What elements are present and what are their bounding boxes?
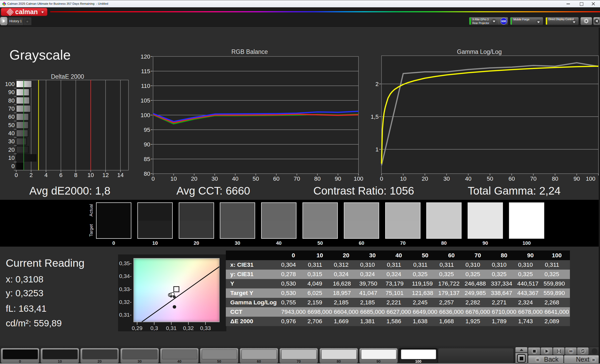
svg-text:20: 20 xyxy=(191,175,197,182)
svg-text:70: 70 xyxy=(8,105,15,112)
svg-text:60: 60 xyxy=(508,175,515,182)
svg-text:RGB Balance: RGB Balance xyxy=(231,48,268,55)
svg-text:Avg dE2000: 1,8: Avg dE2000: 1,8 xyxy=(29,185,110,197)
svg-text:85: 85 xyxy=(144,156,150,162)
svg-text:4: 4 xyxy=(44,172,48,178)
svg-text:110: 110 xyxy=(141,83,150,89)
svg-text:2: 2 xyxy=(30,172,33,178)
svg-text:100: 100 xyxy=(5,81,15,87)
svg-text:100: 100 xyxy=(141,112,150,118)
svg-text:10: 10 xyxy=(8,155,15,161)
svg-text:50: 50 xyxy=(8,122,15,128)
svg-text:70: 70 xyxy=(294,175,300,182)
svg-text:6: 6 xyxy=(59,172,63,178)
svg-text:0,32: 0,32 xyxy=(183,325,194,331)
svg-text:30: 30 xyxy=(211,175,218,182)
svg-text:10: 10 xyxy=(87,172,94,178)
svg-text:105: 105 xyxy=(141,97,150,104)
svg-text:Total Gamma: 2,24: Total Gamma: 2,24 xyxy=(468,185,561,197)
svg-text:70: 70 xyxy=(530,175,536,182)
svg-text:0,31: 0,31 xyxy=(166,325,177,331)
svg-text:20: 20 xyxy=(8,146,15,153)
svg-text:0,32-: 0,32- xyxy=(119,299,132,305)
svg-text:50: 50 xyxy=(253,175,259,182)
svg-text:100: 100 xyxy=(586,175,596,182)
svg-text:0: 0 xyxy=(12,163,15,169)
svg-text:Gamma Log/Log: Gamma Log/Log xyxy=(457,48,502,55)
svg-text:Avg CCT: 6660: Avg CCT: 6660 xyxy=(176,185,250,197)
svg-text:0,35-: 0,35- xyxy=(119,260,132,266)
svg-text:90: 90 xyxy=(144,141,150,148)
svg-text:Contrast Ratio: 1056: Contrast Ratio: 1056 xyxy=(313,185,414,197)
svg-text:80: 80 xyxy=(314,175,321,182)
svg-text:0,3: 0,3 xyxy=(150,325,158,331)
svg-text:90: 90 xyxy=(335,175,341,182)
svg-text:0: 0 xyxy=(15,172,18,178)
svg-text:90: 90 xyxy=(574,175,580,182)
svg-text:40: 40 xyxy=(465,175,471,182)
svg-text:10: 10 xyxy=(400,175,406,182)
svg-text:80: 80 xyxy=(144,170,150,177)
svg-text:115: 115 xyxy=(141,68,150,75)
svg-text:100: 100 xyxy=(354,175,363,182)
svg-text:0,31-: 0,31- xyxy=(119,312,132,318)
svg-text:1: 1 xyxy=(375,146,379,153)
svg-text:40: 40 xyxy=(232,175,238,182)
svg-text:0,33: 0,33 xyxy=(200,325,211,331)
svg-text:0,33-: 0,33- xyxy=(119,286,132,292)
svg-text:30: 30 xyxy=(8,138,15,145)
svg-text:0: 0 xyxy=(152,175,155,182)
svg-text:60: 60 xyxy=(273,175,279,182)
svg-text:20: 20 xyxy=(422,175,428,182)
svg-text:40: 40 xyxy=(8,130,15,136)
svg-text:DeltaE 2000: DeltaE 2000 xyxy=(51,73,84,80)
svg-text:50: 50 xyxy=(487,175,493,182)
svg-text:2: 2 xyxy=(375,81,379,87)
svg-text:10: 10 xyxy=(170,175,177,182)
svg-text:0,29: 0,29 xyxy=(132,325,143,331)
svg-text:80: 80 xyxy=(8,97,15,104)
svg-text:8: 8 xyxy=(74,172,77,178)
svg-text:95: 95 xyxy=(144,127,150,133)
svg-text:0: 0 xyxy=(380,175,383,182)
svg-text:0,34-: 0,34- xyxy=(119,273,132,279)
svg-text:1,5: 1,5 xyxy=(371,113,379,120)
svg-text:12: 12 xyxy=(102,172,109,178)
svg-text:60: 60 xyxy=(8,113,15,120)
svg-text:14: 14 xyxy=(117,172,124,178)
svg-text:80: 80 xyxy=(552,175,558,182)
svg-text:120: 120 xyxy=(141,53,150,60)
svg-text:30: 30 xyxy=(443,175,450,182)
svg-text:90: 90 xyxy=(8,89,15,95)
